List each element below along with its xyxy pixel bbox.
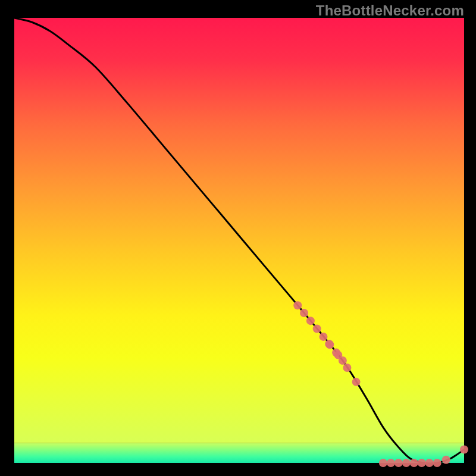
data-marker — [442, 456, 450, 464]
data-marker — [418, 459, 426, 467]
data-marker — [425, 459, 434, 467]
data-marker — [460, 446, 468, 454]
data-marker — [334, 351, 342, 359]
watermark-text: TheBottleNecker.com — [316, 2, 464, 19]
data-marker — [379, 459, 387, 467]
data-marker — [394, 459, 403, 467]
data-marker — [410, 459, 418, 467]
data-marker — [293, 301, 302, 309]
data-marker — [325, 340, 333, 348]
chart-container: TheBottleNecker.com — [0, 0, 476, 476]
data-marker — [402, 459, 411, 467]
data-marker — [343, 364, 351, 372]
data-marker — [352, 378, 361, 386]
heat-gradient — [14, 18, 464, 443]
data-marker — [433, 459, 441, 467]
data-marker — [387, 459, 395, 467]
data-marker — [300, 309, 308, 317]
bottleneck-chart — [0, 0, 476, 476]
data-marker — [306, 317, 315, 325]
data-marker — [319, 333, 327, 341]
data-marker — [313, 325, 321, 333]
